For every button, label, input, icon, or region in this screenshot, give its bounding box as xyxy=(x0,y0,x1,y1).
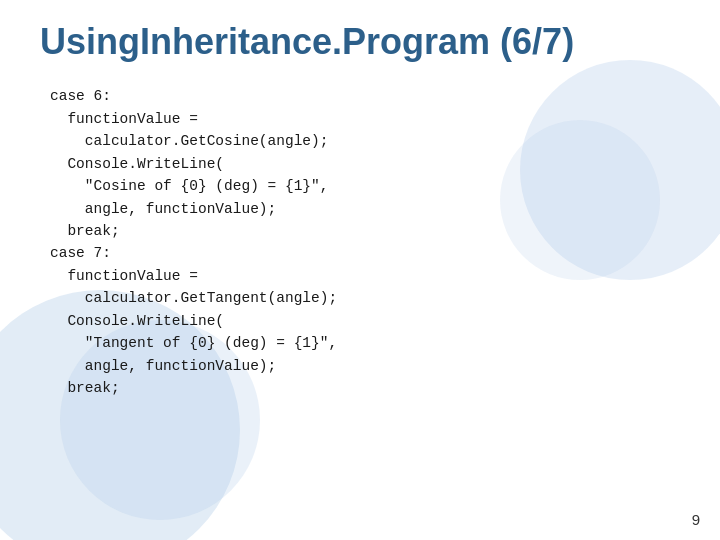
code-line-6: angle, functionValue); xyxy=(50,198,680,220)
code-line-5: "Cosine of {0} (deg) = {1}", xyxy=(50,175,680,197)
code-line-3: calculator.GetCosine(angle); xyxy=(50,130,680,152)
code-line-12: "Tangent of {0} (deg) = {1}", xyxy=(50,332,680,354)
code-line-4: Console.WriteLine( xyxy=(50,153,680,175)
page-number: 9 xyxy=(692,511,700,528)
slide-content: UsingInheritance.Program (6/7) case 6: f… xyxy=(0,0,720,420)
code-line-8: case 7: xyxy=(50,242,680,264)
code-line-1: case 6: xyxy=(50,85,680,107)
code-line-10: calculator.GetTangent(angle); xyxy=(50,287,680,309)
slide-container: UsingInheritance.Program (6/7) case 6: f… xyxy=(0,0,720,540)
code-line-9: functionValue = xyxy=(50,265,680,287)
slide-title: UsingInheritance.Program (6/7) xyxy=(40,20,680,63)
code-line-13: angle, functionValue); xyxy=(50,355,680,377)
code-line-2: functionValue = xyxy=(50,108,680,130)
code-line-14: break; xyxy=(50,377,680,399)
code-block: case 6: functionValue = calculator.GetCo… xyxy=(50,85,680,400)
code-line-11: Console.WriteLine( xyxy=(50,310,680,332)
code-line-7: break; xyxy=(50,220,680,242)
